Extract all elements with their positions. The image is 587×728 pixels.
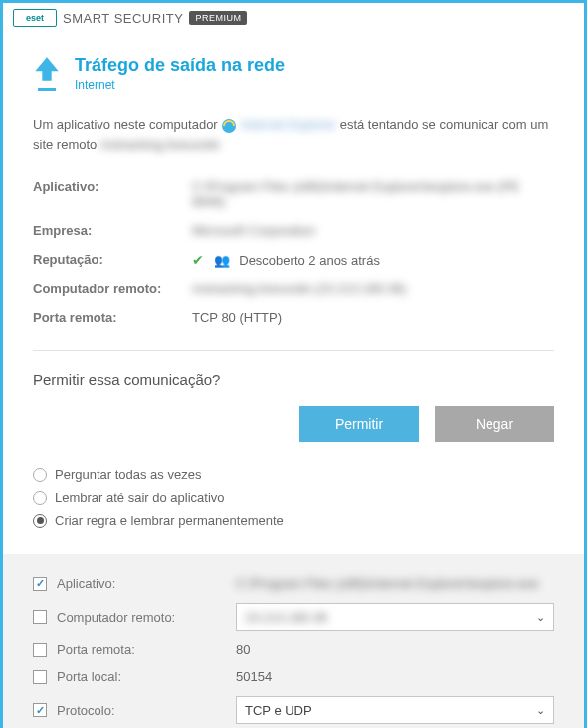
- desc-app-blurred: Internet Explorer: [241, 117, 336, 132]
- remote-dropdown[interactable]: 23.213.180.36 ⌄: [236, 603, 554, 631]
- protocol-dropdown[interactable]: TCP e UDP ⌄: [236, 696, 554, 724]
- deny-button[interactable]: Negar: [435, 406, 554, 442]
- divider: [33, 350, 554, 351]
- check-icon: ✔: [192, 252, 204, 268]
- reputation-value: ✔ 👥 Descoberto 2 anos atrás: [192, 252, 554, 268]
- prompt-text: Permitir essa comunicação?: [33, 371, 554, 388]
- rule-local-port-value: 50154: [236, 669, 554, 684]
- chk-remote[interactable]: [33, 610, 47, 624]
- firewall-dialog: eset SMART SECURITY PREMIUM Tráfego de s…: [0, 0, 587, 728]
- protocol-dropdown-value: TCP e UDP: [245, 703, 312, 718]
- remote-port-value: TCP 80 (HTTP): [192, 310, 554, 325]
- rule-local-port-label: Porta local:: [57, 669, 226, 684]
- chevron-down-icon: ⌄: [536, 704, 545, 717]
- company-value: Microsoft Corporation: [192, 223, 554, 238]
- chk-protocol[interactable]: [33, 703, 47, 717]
- dialog-subtitle: Internet: [75, 78, 285, 91]
- desc-prefix: Um aplicativo neste computador: [33, 117, 221, 132]
- rule-remote-port-label: Porta remota:: [57, 642, 226, 657]
- outbound-arrow-icon: [33, 55, 61, 89]
- app-label: Aplicativo:: [33, 179, 192, 209]
- radio-ask[interactable]: Perguntar todas as vezes: [33, 463, 554, 486]
- rule-remote-port-value: 80: [236, 642, 554, 657]
- company-label: Empresa:: [33, 223, 192, 238]
- content-area: Tráfego de saída na rede Internet Um apl…: [3, 33, 584, 728]
- rule-protocol-label: Protocolo:: [57, 703, 226, 718]
- chk-remote-port[interactable]: [33, 643, 47, 657]
- desc-site-blurred: mstracking.liveuxsite: [100, 137, 220, 152]
- description: Um aplicativo neste computador Internet …: [33, 115, 554, 154]
- radio-create-rule[interactable]: Criar regra e lembrar permanentemente: [33, 509, 554, 532]
- radio-remember-app-label: Lembrar até sair do aplicativo: [55, 490, 225, 505]
- reputation-text: Descoberto 2 anos atrás: [239, 253, 380, 268]
- rule-remote-label: Computador remoto:: [57, 610, 226, 625]
- remote-port-label: Porta remota:: [33, 310, 192, 325]
- app-value: C:\Program Files (x86)\Internet Explorer…: [192, 179, 554, 209]
- chk-local-port[interactable]: [33, 670, 47, 684]
- radio-icon: [33, 491, 47, 505]
- ie-icon: [221, 118, 237, 134]
- eset-logo: eset: [13, 9, 57, 27]
- radio-icon: [33, 468, 47, 482]
- remote-value: mstracking.liveuxsite (23.213.180.36): [192, 281, 554, 296]
- dialog-title: Tráfego de saída na rede: [75, 55, 285, 76]
- people-icon: 👥: [214, 253, 230, 268]
- allow-button[interactable]: Permitir: [299, 406, 419, 442]
- radio-remember-app[interactable]: Lembrar até sair do aplicativo: [33, 486, 554, 509]
- chk-app[interactable]: [33, 577, 47, 591]
- action-buttons: Permitir Negar: [33, 406, 554, 442]
- rule-app-label: Aplicativo:: [57, 576, 226, 591]
- radio-create-rule-label: Criar regra e lembrar permanentemente: [55, 513, 284, 528]
- info-grid: Aplicativo: C:\Program Files (x86)\Inter…: [33, 172, 554, 332]
- reputation-label: Reputação:: [33, 252, 192, 268]
- remote-label: Computador remoto:: [33, 281, 192, 296]
- edition-badge: PREMIUM: [189, 11, 247, 25]
- radio-icon: [33, 514, 47, 528]
- rule-app-value: C:\Program Files (x86)\Internet Explorer…: [236, 576, 554, 591]
- header: Tráfego de saída na rede Internet: [33, 55, 554, 91]
- rule-panel: Aplicativo: C:\Program Files (x86)\Inter…: [3, 554, 584, 728]
- remember-options: Perguntar todas as vezes Lembrar até sai…: [33, 463, 554, 532]
- radio-ask-label: Perguntar todas as vezes: [55, 467, 201, 482]
- product-name: SMART SECURITY: [63, 11, 183, 26]
- remote-dropdown-value: 23.213.180.36: [245, 610, 327, 625]
- title-bar: eset SMART SECURITY PREMIUM: [3, 3, 584, 33]
- chevron-down-icon: ⌄: [536, 611, 545, 624]
